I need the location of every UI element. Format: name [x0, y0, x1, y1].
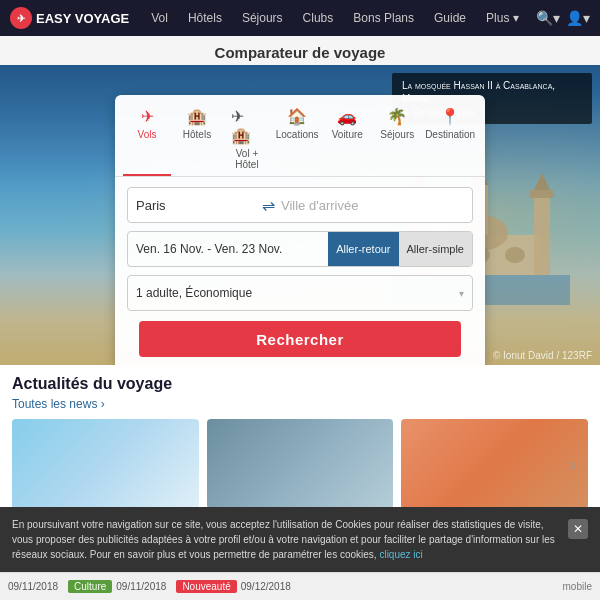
svg-point-13 — [505, 247, 525, 263]
origin-input[interactable] — [136, 198, 256, 213]
news-card-2[interactable] — [207, 419, 394, 509]
logo[interactable]: ✈ EASY VOYAGE — [10, 7, 129, 29]
date-row: Ven. 16 Nov. - Ven. 23 Nov. Aller-retour… — [127, 231, 473, 267]
tab-destination-label: Destination — [425, 129, 475, 140]
footer-date-3: 09/12/2018 — [241, 581, 291, 592]
cookie-link[interactable]: cliquez ici — [379, 549, 422, 560]
svg-rect-7 — [530, 190, 554, 198]
news-card-1[interactable] — [12, 419, 199, 509]
tab-voiture[interactable]: 🚗 Voiture — [323, 103, 371, 176]
aller-simple-btn[interactable]: Aller-simple — [399, 232, 472, 266]
tab-locations[interactable]: 🏠 Locations — [273, 103, 321, 176]
search-fields: ⇌ Ville d'arrivée Ven. 16 Nov. - Ven. 23… — [115, 177, 485, 357]
tab-sejours-label: Séjours — [380, 129, 414, 140]
news-next-arrow[interactable]: › — [569, 453, 576, 476]
cookie-text: En poursuivant votre navigation sur ce s… — [12, 517, 560, 562]
nav-vol[interactable]: Vol — [143, 0, 176, 36]
svg-rect-6 — [534, 195, 550, 275]
cookie-close-button[interactable]: ✕ — [568, 519, 588, 539]
passenger-row[interactable]: 1 adulte, Économique ▾ — [127, 275, 473, 311]
nav-right: 🔍▾ 👤▾ — [536, 10, 590, 26]
news-section: Actualités du voyage Toutes les news › › — [0, 365, 600, 515]
footer-date-1: 09/11/2018 — [8, 581, 58, 592]
footer-tag-culture: Culture — [68, 580, 112, 593]
tab-vols-label: Vols — [138, 129, 157, 140]
svg-marker-8 — [534, 173, 550, 190]
cookie-main-text: En poursuivant votre navigation sur ce s… — [12, 519, 555, 560]
footer-mobile: mobile — [563, 581, 592, 592]
nav-guide[interactable]: Guide — [426, 0, 474, 36]
passenger-value: 1 adulte, Économique — [136, 286, 252, 300]
footer-tag-nouveaute: Nouveauté — [176, 580, 236, 593]
tab-hotels[interactable]: 🏨 Hôtels — [173, 103, 221, 176]
tab-sejours[interactable]: 🌴 Séjours — [373, 103, 421, 176]
search-box: ✈ Vols 🏨 Hôtels ✈🏨 Vol +Hôtel 🏠 Location… — [115, 95, 485, 365]
swap-icon[interactable]: ⇌ — [256, 196, 281, 215]
news-title: Actualités du voyage — [12, 375, 588, 393]
footer-date-2: 09/11/2018 — [116, 581, 166, 592]
logo-icon: ✈ — [10, 7, 32, 29]
passenger-arrow: ▾ — [459, 288, 464, 299]
locations-icon: 🏠 — [287, 107, 307, 126]
search-tabs: ✈ Vols 🏨 Hôtels ✈🏨 Vol +Hôtel 🏠 Location… — [115, 95, 485, 177]
tab-hotels-label: Hôtels — [183, 129, 211, 140]
tab-vols[interactable]: ✈ Vols — [123, 103, 171, 176]
tab-vol-hotel-label: Vol +Hôtel — [235, 148, 258, 170]
origin-destination-row: ⇌ Ville d'arrivée — [127, 187, 473, 223]
tab-vol-hotel[interactable]: ✈🏨 Vol +Hôtel — [223, 103, 271, 176]
nav-clubs[interactable]: Clubs — [295, 0, 342, 36]
logo-text: EASY VOYAGE — [36, 11, 129, 26]
aller-retour-btn[interactable]: Aller-retour — [328, 232, 398, 266]
tab-voiture-label: Voiture — [332, 129, 363, 140]
tab-destination[interactable]: 📍 Destination — [423, 103, 477, 176]
search-icon-btn[interactable]: 🔍▾ — [536, 10, 560, 26]
destination-icon: 📍 — [440, 107, 460, 126]
user-icon-btn[interactable]: 👤▾ — [566, 10, 590, 26]
hero-section: La mosquée Hassan II à Casablanca, Maroc… — [0, 65, 600, 365]
nav-hotels[interactable]: Hôtels — [180, 0, 230, 36]
cookie-banner: En poursuivant votre navigation sur ce s… — [0, 507, 600, 572]
news-cards — [12, 419, 588, 509]
news-link-text: Toutes les news › — [12, 397, 105, 411]
news-row-wrapper: › — [12, 419, 588, 509]
sejours-icon: 🌴 — [387, 107, 407, 126]
hotels-icon: 🏨 — [187, 107, 207, 126]
date-field[interactable]: Ven. 16 Nov. - Ven. 23 Nov. — [128, 232, 328, 266]
destination-placeholder: Ville d'arrivée — [281, 198, 358, 213]
nav-sejours[interactable]: Séjours — [234, 0, 291, 36]
nav-plus[interactable]: Plus ▾ — [478, 0, 527, 36]
news-card-3[interactable] — [401, 419, 588, 509]
navbar: ✈ EASY VOYAGE Vol Hôtels Séjours Clubs B… — [0, 0, 600, 36]
vol-hotel-icon: ✈🏨 — [231, 107, 263, 145]
voiture-icon: 🚗 — [337, 107, 357, 126]
news-link[interactable]: Toutes les news › — [12, 397, 588, 411]
copyright: © Ionut David / 123RF — [493, 350, 592, 361]
footer-bar: 09/11/2018 Culture 09/11/2018 Nouveauté … — [0, 572, 600, 600]
search-button[interactable]: Rechercher — [139, 321, 461, 357]
page-title: Comparateur de voyage — [0, 36, 600, 65]
vols-icon: ✈ — [141, 107, 154, 126]
tab-locations-label: Locations — [276, 129, 319, 140]
nav-bons-plans[interactable]: Bons Plans — [345, 0, 422, 36]
